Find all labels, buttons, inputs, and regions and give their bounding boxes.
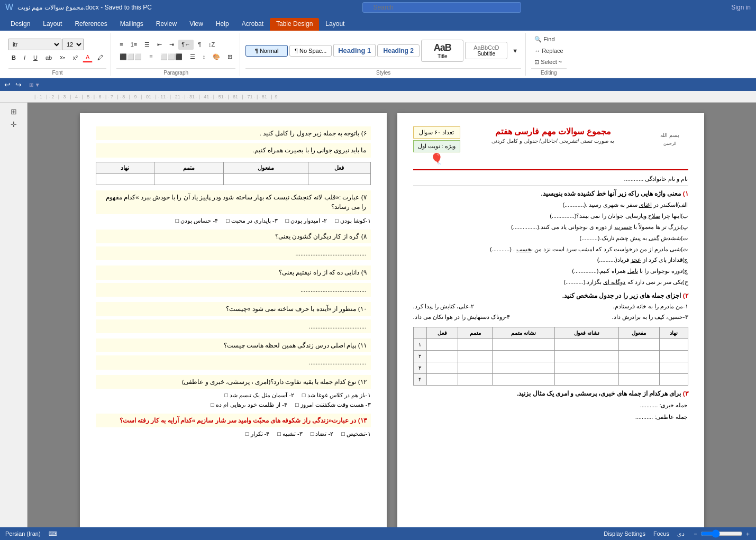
multilevel-button[interactable]: ☰ [141,40,153,50]
rp-q1-h: ح)یکی سر بر نمی دارد که دوگانه ای بگزارد… [413,277,688,288]
pilcrow-button[interactable]: ¶ [195,40,204,50]
search-input[interactable] [362,2,521,13]
tab-references[interactable]: References [68,18,113,31]
q13-options: ۱-تشخیص □ ۲- تضاد □ ۳- تشبیه □ ۴- تکرار … [96,431,371,437]
find-button[interactable]: 🔍 Find [531,34,566,44]
subscript-button[interactable]: x₂ [57,52,68,62]
tab-acrobat[interactable]: Acrobat [235,18,270,31]
tab-mailings[interactable]: Mailings [114,18,150,31]
q7-opt3: ۳- پایداری در محبت □ [226,217,278,224]
status-left: Persian (Iran) ⌨ [5,530,57,537]
highlight-button[interactable]: 🖍 [94,53,106,62]
tab-layout2[interactable]: Layout [319,18,351,31]
sidebar-expand[interactable]: ⊞ [11,107,17,116]
q11-title: ۱۱) پیام اصلی درس زندگی همین لحظه هاست چ… [96,338,371,352]
tab-table-design[interactable]: Table Design [270,18,319,31]
style-heading2[interactable]: Heading 2 [377,44,420,57]
ruler: | · 1 · | · 2 · | · 3 · | · 4 · | · 5 · … [0,91,756,103]
rp-count-area: تعداد ۶۰ سوال ویژه : نوبت اول 🎈 [413,126,460,165]
rp-q1-parts: الف)اسکندر در اغنای سفر به شهری رسید .(.… [413,199,688,288]
zoom-slider[interactable]: － ＋ [693,529,751,538]
numbering-button[interactable]: 1≡ [127,40,141,50]
q12-opt1: ۱-باز هم در کلاس غوغا شد □ [302,392,371,399]
q8-body: ........................................… [96,246,371,260]
shading[interactable]: 🎨 [210,52,223,62]
font-color-button[interactable]: A [83,52,93,62]
paragraph-group: ≡ 1≡ ☰ ⇤ ⇥ ¶← ¶ ↕Z ⬛⬜⬜ ≡ ⬜⬜⬛ ☰ ↕ 🎨 ⊞ [112,33,240,76]
balloon-icon: 🎈 [413,152,460,165]
q6-body: ما باید نیروی جوانی را با بصیرت همراه کن… [96,143,371,157]
styles-more[interactable]: ▼ [509,46,521,56]
superscript-button[interactable]: x² [70,53,81,62]
focus-mode[interactable]: Focus [653,530,669,537]
style-normal[interactable]: ¶ Normal [245,45,288,57]
qa-undo[interactable]: ↩ [3,80,12,89]
font-selects: itr 12 B I U ab x₂ x² A 🖍 [8,39,106,62]
q8-section: ۸) گره از کار دیگران گشودن یعنی؟ .......… [96,230,371,261]
rp-q3-atfi: جمله عاطفی: ........... [413,411,688,423]
tab-design[interactable]: Design [4,18,37,31]
font-group-label: Font [8,68,106,76]
tab-help[interactable]: Help [210,18,235,31]
font-size-select[interactable]: 12 [62,39,84,50]
font-name-select[interactable]: itr [8,39,61,50]
decrease-indent-button[interactable]: ⇤ [154,40,165,50]
tab-view[interactable]: View [183,18,210,31]
select-button[interactable]: ⊡ Select ~ [531,57,566,67]
filename: مجموع سوالات مهم نوبت.docx - Saved to th… [17,4,152,11]
zoom-in-icon[interactable]: ＋ [745,530,751,538]
q13-title: ۱۳) در عبارت«زندگی راز شکوفه های محبّت و… [96,414,371,427]
q12-opt4: ۴- از ظلمت خود ،رهایی ام ده □ [211,401,287,408]
rtl-button[interactable]: ¶← [178,40,194,50]
strikethrough-button[interactable]: ab [42,53,55,62]
qa-redo[interactable]: ↪ [14,80,23,89]
italic-button[interactable]: I [21,53,29,62]
q12-options: ۱-باز هم در کلاس غوغا شد □ ۲- آسمان مثل … [96,392,371,399]
font-group: itr 12 B I U ab x₂ x² A 🖍 Font [4,33,111,76]
borders[interactable]: ⊞ [224,52,235,62]
style-no-spacing[interactable]: ¶ No Spac... [289,45,332,57]
tab-layout[interactable]: Layout [37,18,68,31]
styles-group-label: Styles [245,68,521,76]
sign-in[interactable]: Sign in [731,4,751,11]
bullets-button[interactable]: ≡ [116,40,126,50]
editing-group-content: 🔍 Find ↔ Replace ⊡ Select ~ [531,33,566,68]
q13-opt1: ۱-تشخیص □ [341,431,370,437]
q9-section: ۹) دانایی ده که از راه نیفتیم یعنی؟ ....… [96,266,371,297]
q12-opt2: ۲- آسمان مثل یک تبسم شد □ [224,392,294,399]
align-center[interactable]: ≡ [146,52,156,62]
rp-q2-table: نهاد مفعول نشانه فعول نشانه متمم متمم فع… [413,327,688,386]
increase-indent-button[interactable]: ⇥ [166,40,177,50]
bold-button[interactable]: B [8,53,19,62]
align-right[interactable]: ⬜⬜⬛ [157,52,186,62]
display-settings[interactable]: Display Settings [604,530,645,537]
justify[interactable]: ☰ [187,52,198,62]
replace-button[interactable]: ↔ Replace [531,46,566,56]
style-heading1[interactable]: Heading 1 [333,44,376,57]
svg-text:الرحمن: الرحمن [663,141,676,146]
q7-options: ۱-کوشا بودن □ ۲- امیدوار بودن □ ۳- پایدا… [96,217,371,224]
rp-name-line: نام و نام خانوادگی ............ [413,176,688,186]
edition-label: ویژه : نوبت اول [418,143,456,150]
q7-opt2: ۲- امیدوار بودن □ [286,217,327,224]
zoom-range[interactable] [700,529,743,538]
zoom-out-icon[interactable]: － [693,530,698,538]
rp-header: بسم الله الرحمن مجموع سوالات مهم فارسی ه… [413,126,688,170]
rp-count-box: تعداد ۶۰ سوال [413,126,460,139]
status-bar: Persian (Iran) ⌨ Display Settings Focus … [0,527,756,540]
tab-review[interactable]: Review [150,18,183,31]
search-area[interactable] [152,2,731,13]
align-left[interactable]: ⬛⬜⬜ [116,52,145,62]
underline-button[interactable]: U [30,53,41,62]
main-area: ⊞ ✛ ۶) باتوجه به جمله زیر جدول را کامل ک… [0,103,756,527]
sort-button[interactable]: ↕Z [205,40,218,50]
style-subtitle[interactable]: AaBbCcD Subtitle [465,42,507,59]
rp-q2-header: ۲) اجزای جمله های زیر را در جدول مشخص کن… [413,292,688,299]
count-label: تعداد ۶۰ سوال [418,129,456,136]
style-title[interactable]: AaB Title [421,40,463,62]
rp-q1-b: ب)اینها چرا صلاح وپارسایی جوانان را نمی … [413,210,688,222]
line-spacing[interactable]: ↕ [199,52,209,62]
ribbon: itr 12 B I U ab x₂ x² A 🖍 Font [0,31,756,78]
language-indicator[interactable]: Persian (Iran) [5,530,41,537]
sidebar-move[interactable]: ✛ [11,120,17,129]
